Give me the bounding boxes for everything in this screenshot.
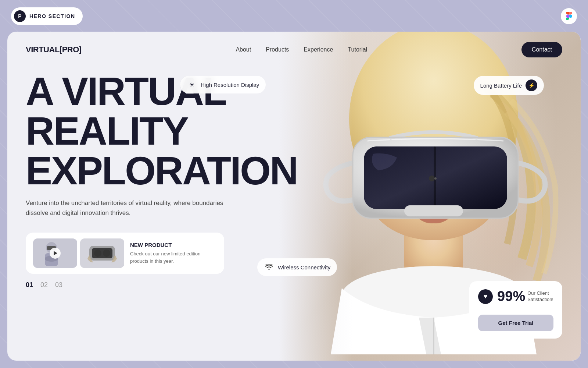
nav-item-products[interactable]: Products	[266, 46, 289, 53]
headline-line2: REALITY	[26, 109, 188, 153]
page-2[interactable]: 02	[40, 281, 48, 289]
satisfaction-card: ♥ 99% Our Client Satisfaction! Get Free …	[469, 281, 562, 339]
thumbnail-video[interactable]	[33, 238, 77, 268]
play-icon	[54, 251, 57, 255]
battery-label: Long Battery Life	[480, 82, 522, 89]
wifi-icon	[264, 262, 274, 272]
bolt-icon: ⚡	[526, 79, 537, 91]
new-product-tag: NEW PRODUCT	[130, 242, 217, 248]
nav-item-about[interactable]: About	[236, 46, 251, 53]
badge-battery: Long Battery Life ⚡	[474, 76, 544, 95]
product-card: NEW PRODUCT Check out our new limited ed…	[26, 233, 224, 274]
hero-text: A VIRTUAL REALITY EXPLORATION Venture in…	[26, 71, 290, 289]
svg-point-20	[94, 250, 101, 257]
product-info: NEW PRODUCT Check out our new limited ed…	[130, 242, 217, 265]
product-description: Check out our new limited edition produc…	[130, 250, 217, 265]
svg-rect-10	[404, 205, 463, 216]
contact-button[interactable]: Contact	[521, 42, 562, 57]
nav-item-experience[interactable]: Experience	[304, 46, 333, 53]
satisfaction-percent: 99%	[497, 289, 525, 304]
svg-point-21	[103, 250, 110, 257]
satisfaction-stats: 99% Our Client Satisfaction!	[497, 289, 553, 304]
page-3[interactable]: 03	[55, 281, 62, 289]
badge-high-res: ☀ High Resolution Display	[180, 76, 266, 93]
headline-line3: EXPLORATION	[26, 148, 297, 193]
heart-icon: ♥	[478, 289, 493, 304]
satisfaction-label-2: Satisfaction!	[527, 297, 553, 303]
satisfaction-header: ♥ 99% Our Client Satisfaction!	[478, 289, 553, 304]
hero-label-text: HERO SECTION	[29, 13, 75, 19]
product-thumbnail-svg	[80, 238, 124, 268]
get-free-trial-button[interactable]: Get Free Trial	[478, 315, 553, 331]
badge-wireless: Wireless Connectivity	[257, 258, 337, 276]
main-card: VIRTUAL[PRO] About Products Experience T…	[7, 32, 581, 361]
thumbnail-product[interactable]	[80, 238, 124, 268]
hero-description: Venture into the uncharted territories o…	[26, 198, 232, 218]
nav-links: About Products Experience Tutorial	[236, 46, 367, 53]
sun-icon: ☀	[187, 79, 197, 90]
hero-section-label: P HERO SECTION	[11, 7, 83, 25]
brand-icon: P	[14, 10, 26, 22]
satisfaction-label-1: Our Client	[527, 290, 553, 297]
wireless-label: Wireless Connectivity	[278, 264, 330, 270]
pagination: 01 02 03	[26, 281, 290, 289]
top-bar: P HERO SECTION	[7, 7, 581, 25]
svg-point-9	[434, 177, 437, 180]
svg-point-8	[429, 176, 435, 181]
figma-icon[interactable]	[561, 8, 577, 24]
high-res-label: High Resolution Display	[201, 82, 259, 88]
product-thumbnails	[33, 238, 124, 268]
brand-logo[interactable]: VIRTUAL[PRO]	[26, 45, 82, 54]
nav-item-tutorial[interactable]: Tutorial	[348, 46, 367, 53]
page-1[interactable]: 01	[26, 281, 33, 289]
navbar: VIRTUAL[PRO] About Products Experience T…	[7, 32, 581, 68]
